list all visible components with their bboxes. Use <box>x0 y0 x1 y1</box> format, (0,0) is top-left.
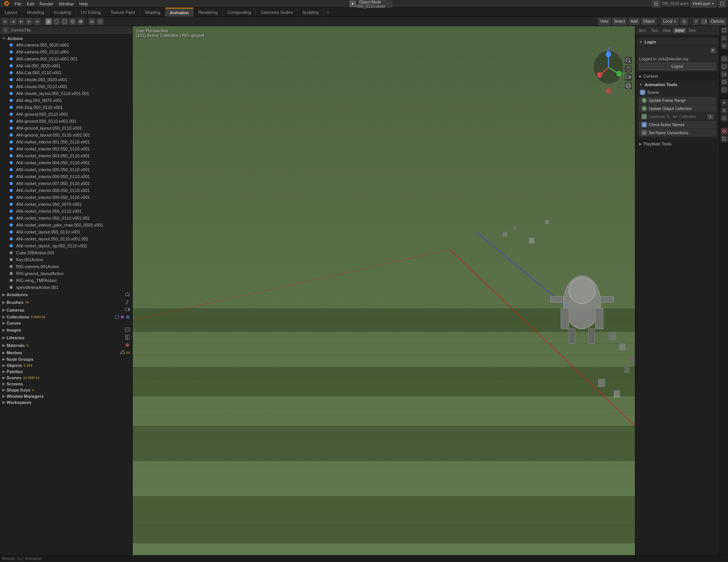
jump-start-btn[interactable]: ⏮ <box>2 18 8 25</box>
close-login-btn[interactable]: ✕ <box>710 48 716 53</box>
playblast-dots[interactable]: ⋮ <box>711 141 716 146</box>
context-section-header[interactable]: ▶ Context ⋮ <box>637 72 718 80</box>
list-item[interactable]: ANI-camera.050_0020.v001 <box>0 42 132 48</box>
list-item[interactable]: ANI-Dog.050_0110.v001 <box>0 104 132 111</box>
view-menu-btn[interactable]: View <box>598 18 611 25</box>
next-frame-btn[interactable]: ▶ <box>26 18 33 25</box>
list-item[interactable]: ANI-rocket_layout_rig.050_0110.v001 <box>0 242 132 249</box>
tab-animation[interactable]: Animation <box>165 8 194 17</box>
strip-icon-bone-properties[interactable] <box>721 135 728 142</box>
filter-icon[interactable] <box>693 18 700 25</box>
strip-icon-particles[interactable] <box>721 115 728 122</box>
list-item[interactable]: ANI-rocket_interior.006.050_0110.v001 <box>0 173 132 180</box>
render-engine-btn[interactable] <box>651 0 661 8</box>
duplicate-collection-row[interactable]: Duplicate: S...ten Collection 1 <box>638 113 716 120</box>
rpanel-tab-tool[interactable]: Tool <box>649 28 660 33</box>
tab-geometry-nodes[interactable]: Geometry Nodes <box>256 8 297 17</box>
objects-section-header[interactable]: ▶ Objects 5 263 <box>0 362 132 369</box>
list-item[interactable]: speedlinessAction.001 <box>0 284 132 291</box>
prev-frame-btn[interactable]: ◀ <box>10 18 17 25</box>
tab-texture-paint[interactable]: Texture Paint <box>106 8 140 17</box>
actions-section-header[interactable]: ▼ Actions <box>0 35 132 42</box>
zoom-icon[interactable] <box>625 57 632 64</box>
tab-add-button[interactable]: + <box>324 9 332 16</box>
tab-layout[interactable]: Layout <box>0 8 22 17</box>
menu-edit[interactable]: Edit <box>25 1 37 7</box>
xray-icon[interactable] <box>97 18 104 25</box>
list-item[interactable]: ANI-clouds.050_0110.v001 <box>0 83 132 90</box>
list-item[interactable]: ANI-rocket_interior.009.050_0110.v001 <box>0 194 132 201</box>
tab-sculpting[interactable]: Sculpting <box>49 8 76 17</box>
list-item[interactable]: ANI-rocket_layout.050_0110.v001 <box>0 228 132 235</box>
materials-section-header[interactable]: ▶ Materials 3 <box>0 342 132 349</box>
options-btn[interactable]: Options <box>709 18 726 25</box>
workspaces-section-header[interactable]: ▶ Workspaces <box>0 399 132 405</box>
list-item[interactable]: ANI-rocket_layout.050_0110.v001.001 <box>0 235 132 242</box>
check-action-names-btn[interactable]: Check Action Names <box>638 121 716 128</box>
list-item[interactable]: ANI-clouds.050_0020.v001 <box>0 76 132 83</box>
list-item[interactable]: ANI-camera.050_0110.v001.001 <box>0 55 132 62</box>
list-item[interactable]: RIG-ground_layoutAction <box>0 270 132 277</box>
fullscreen-btn[interactable] <box>718 0 726 8</box>
mode-icon[interactable]: ● <box>349 0 356 7</box>
login-menu-dots[interactable]: ⋮ <box>711 39 716 44</box>
update-frame-range-btn[interactable]: ↻ Update Frame Range <box>638 97 716 104</box>
hand-icon[interactable] <box>625 65 632 72</box>
tab-scripting[interactable]: Scripting <box>297 8 324 17</box>
cameras-section-header[interactable]: ▶ Cameras <box>0 306 132 314</box>
strip-icon-tools[interactable] <box>721 27 728 34</box>
view-mode4-btn[interactable] <box>69 18 76 25</box>
strip-icon-camera[interactable] <box>721 71 728 78</box>
list-item[interactable]: ANI-rocket_interior.001.050_0110.v001 <box>0 138 132 145</box>
local-dropdown[interactable]: Local ▼ <box>661 18 679 25</box>
view-mode3-btn[interactable] <box>61 18 68 25</box>
select-menu-btn[interactable]: Select <box>612 18 627 25</box>
strip-icon-modifier[interactable] <box>721 107 728 114</box>
menu-file[interactable]: File <box>12 1 24 7</box>
list-item[interactable]: ANI-rocket_interior.050_0070.v001 <box>0 201 132 208</box>
list-item[interactable]: ANI-dog.050_0070.v001 <box>0 97 132 104</box>
strip-icon-ui[interactable] <box>721 35 728 42</box>
shapekeys-section-header[interactable]: ▶ Shape Keys 3 <box>0 387 132 393</box>
set-name-conventions-btn[interactable]: Az Set Name Conventions <box>638 129 716 137</box>
meshes-section-header[interactable]: ▶ Meshes 54 <box>0 349 132 356</box>
curves-section-header[interactable]: ▶ Curves <box>0 320 132 326</box>
armatures-section-header[interactable]: ▶ Armatures <box>0 291 132 299</box>
view-mode-btn[interactable] <box>45 18 52 25</box>
list-item[interactable]: ANI-Cat.050_0110.v001 <box>0 69 132 76</box>
list-item[interactable]: RIG-wing_TMPAction <box>0 277 132 284</box>
list-item[interactable]: Key.001Action <box>0 256 132 263</box>
list-item[interactable]: ANI-rocket_interior.050_0110.v001 <box>0 208 132 215</box>
list-item[interactable]: ANI-rocket_interior.003.050_0110.v001 <box>0 152 132 159</box>
filter-icon-left[interactable] <box>2 27 9 34</box>
list-item[interactable]: ANI-clouds_layout.050_0110.v001.001 <box>0 90 132 97</box>
jump-end-btn[interactable]: ⏭ <box>34 18 41 25</box>
strip-icon-object[interactable] <box>721 86 728 93</box>
world-icon[interactable] <box>625 82 632 89</box>
anim-tools-menu-dots[interactable]: ⋮ <box>711 82 716 87</box>
object-menu-btn[interactable]: Object <box>641 18 657 25</box>
list-item[interactable]: ANI-ground_layout.050_0110.v001 <box>0 125 132 132</box>
tab-shading[interactable]: Shading <box>140 8 165 17</box>
view-mode2-btn[interactable] <box>53 18 60 25</box>
list-item[interactable]: ANI-rocket_interior.002.050_0110.v001 <box>0 145 132 152</box>
context-menu-dots[interactable]: ⋮ <box>711 73 716 78</box>
nodegroups-section-header[interactable]: ▶ Node Groups <box>0 356 132 362</box>
add-menu-btn[interactable]: Add <box>628 18 640 25</box>
list-item[interactable]: ANI-ground.050_0110.v001 <box>0 111 132 118</box>
strip-icon-constraint[interactable] <box>721 99 728 106</box>
list-item[interactable]: ANI-cat.050_0020.v001 <box>0 62 132 69</box>
list-item[interactable]: RIG-camera.001Action <box>0 263 132 270</box>
list-item[interactable]: Cube.206Action.001 <box>0 249 132 256</box>
list-item[interactable]: ANI-rocket_interior.007.050_0110.v001 <box>0 180 132 187</box>
playblast-tools-header[interactable]: ▶ Playblast Tools ⋮ <box>637 140 718 147</box>
screens-section-header[interactable]: ▶ Screens <box>0 381 132 387</box>
strip-icon-output[interactable] <box>721 55 728 62</box>
scenes-section-header[interactable]: ▶ Scenes 10 828=12 <box>0 375 132 381</box>
menu-blender[interactable] <box>2 0 12 8</box>
list-item[interactable]: ANI-rocket_interior.008.050_0110.v001 <box>0 187 132 194</box>
libraries-section-header[interactable]: ▶ Libraries <box>0 334 132 342</box>
viewport-canvas[interactable]: Z Y User Persp <box>133 26 635 555</box>
list-item[interactable]: ANI-rocket_interior.004.050_0110.v001 <box>0 159 132 166</box>
play-btn[interactable]: ▶ <box>18 18 25 25</box>
